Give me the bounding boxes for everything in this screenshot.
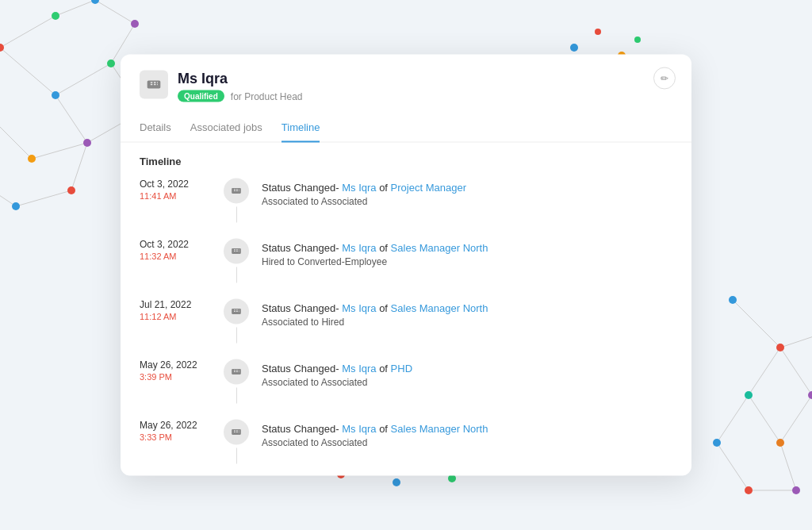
timeline-connector <box>224 239 249 283</box>
timeline-item: Oct 3, 2022 11:41 AM Status Changed- Ms … <box>140 179 672 239</box>
date-main: May 26, 2022 <box>140 359 211 371</box>
qualified-badge: Qualified <box>178 90 224 102</box>
svg-point-59 <box>393 478 400 486</box>
svg-point-42 <box>729 296 737 304</box>
edit-button[interactable]: ✏ <box>653 67 676 90</box>
svg-point-28 <box>52 12 59 20</box>
date-time: 11:41 AM <box>140 191 211 201</box>
svg-line-3 <box>56 95 87 143</box>
svg-point-18 <box>107 60 115 67</box>
tab-details[interactable]: Details <box>140 121 171 143</box>
timeline-item: May 26, 2022 3:39 PM Status Changed- Ms … <box>140 359 672 420</box>
tab-associated-jobs[interactable]: Associated jobs <box>190 121 262 143</box>
candidate-name-link: Ms Iqra <box>342 182 376 194</box>
svg-point-45 <box>808 391 812 399</box>
svg-line-41 <box>780 443 796 490</box>
svg-line-7 <box>32 143 87 159</box>
svg-line-6 <box>0 111 32 159</box>
svg-point-49 <box>713 439 721 447</box>
svg-line-33 <box>780 348 812 395</box>
svg-point-50 <box>745 486 753 494</box>
date-time: 11:32 AM <box>140 252 211 261</box>
status-line: Status Changed- Ms Iqra of Project Manag… <box>262 182 672 194</box>
timeline-item: Jul 21, 2022 11:12 AM Status Changed- Ms… <box>140 299 672 359</box>
svg-point-27 <box>91 0 99 4</box>
timeline-connector <box>224 299 249 344</box>
timeline-content: Status Changed- Ms Iqra of Sales Manager… <box>262 239 672 283</box>
svg-point-17 <box>52 91 59 99</box>
status-change: Hired to Converted-Employee <box>262 256 672 267</box>
tab-timeline[interactable]: Timeline <box>282 121 320 143</box>
status-line: Status Changed- Ms Iqra of Sales Manager… <box>262 242 672 254</box>
candidate-name-link: Ms Iqra <box>342 242 376 254</box>
timeline-content: Status Changed- Ms Iqra of Sales Manager… <box>262 420 672 464</box>
timeline-item: May 26, 2022 3:33 PM Status Changed- Ms … <box>140 420 672 476</box>
svg-point-55 <box>634 36 641 43</box>
job-link: PHD <box>391 363 412 374</box>
svg-line-9 <box>0 175 16 206</box>
candidate-name: Ms Iqra <box>178 71 672 87</box>
date-main: Oct 3, 2022 <box>140 239 211 250</box>
status-line: Status Changed- Ms Iqra of PHD <box>262 363 672 374</box>
avatar <box>140 71 168 99</box>
status-line: Status Changed- Ms Iqra of Sales Manager… <box>262 423 672 435</box>
candidate-name-link: Ms Iqra <box>342 363 376 374</box>
date-main: May 26, 2022 <box>140 420 211 431</box>
candidate-name-link: Ms Iqra <box>342 423 376 435</box>
candidate-name-link: Ms Iqra <box>342 302 376 314</box>
timeline-line <box>236 328 237 344</box>
svg-line-31 <box>733 300 780 348</box>
timeline-content: Status Changed- Ms Iqra of Project Manag… <box>262 179 672 223</box>
timeline-content: Status Changed- Ms Iqra of Sales Manager… <box>262 299 672 344</box>
card-header: Ms Iqra Qualified for Product Head ✏ <box>121 55 691 102</box>
svg-line-10 <box>16 190 71 206</box>
svg-line-37 <box>780 395 812 443</box>
svg-point-43 <box>776 344 784 351</box>
main-card: Ms Iqra Qualified for Product Head ✏ Det… <box>121 55 691 476</box>
timeline-icon <box>224 179 249 204</box>
timeline-line <box>236 388 237 404</box>
svg-point-47 <box>745 391 753 399</box>
status-change: Associated to Associated <box>262 377 672 388</box>
date-time: 11:12 AM <box>140 312 211 321</box>
svg-line-32 <box>780 332 812 348</box>
svg-point-53 <box>595 29 601 35</box>
section-title: Timeline <box>140 156 672 167</box>
date-time: 3:33 PM <box>140 432 211 442</box>
svg-point-52 <box>570 44 578 52</box>
job-link: Sales Manager North <box>391 302 488 314</box>
svg-point-24 <box>12 202 20 210</box>
date-time: 3:39 PM <box>140 372 211 382</box>
svg-line-11 <box>71 143 87 190</box>
timeline-item: Oct 3, 2022 11:32 AM Status Changed- Ms … <box>140 239 672 299</box>
timeline-line <box>236 267 237 283</box>
timeline-icon <box>224 420 249 445</box>
header-meta: Qualified for Product Head <box>178 90 672 102</box>
timeline-date: Oct 3, 2022 11:32 AM <box>140 239 211 283</box>
timeline-date: Oct 3, 2022 11:41 AM <box>140 179 211 223</box>
timeline-icon <box>224 359 249 385</box>
timeline-date: May 26, 2022 3:33 PM <box>140 420 211 464</box>
timeline-list: Oct 3, 2022 11:41 AM Status Changed- Ms … <box>140 179 672 476</box>
date-main: Oct 3, 2022 <box>140 179 211 190</box>
svg-point-51 <box>792 486 800 494</box>
timeline-icon <box>224 239 249 264</box>
status-change: Associated to Associated <box>262 437 672 448</box>
svg-line-35 <box>749 348 780 395</box>
date-main: Jul 21, 2022 <box>140 299 211 310</box>
timeline-content: Status Changed- Ms Iqra of PHD Associate… <box>262 359 672 404</box>
job-link: Sales Manager North <box>391 423 488 435</box>
job-link: Project Manager <box>391 182 466 194</box>
header-job-label: for Product Head <box>231 90 303 102</box>
svg-line-1 <box>56 63 111 95</box>
timeline-date: May 26, 2022 3:39 PM <box>140 359 211 404</box>
timeline-line <box>236 207 237 223</box>
timeline-connector <box>224 359 249 404</box>
svg-line-13 <box>95 0 135 24</box>
status-line: Status Changed- Ms Iqra of Sales Manager… <box>262 302 672 314</box>
timeline-icon <box>224 299 249 325</box>
svg-point-48 <box>776 439 784 447</box>
timeline-date: Jul 21, 2022 11:12 AM <box>140 299 211 344</box>
svg-line-39 <box>717 443 749 490</box>
timeline-connector <box>224 420 249 464</box>
